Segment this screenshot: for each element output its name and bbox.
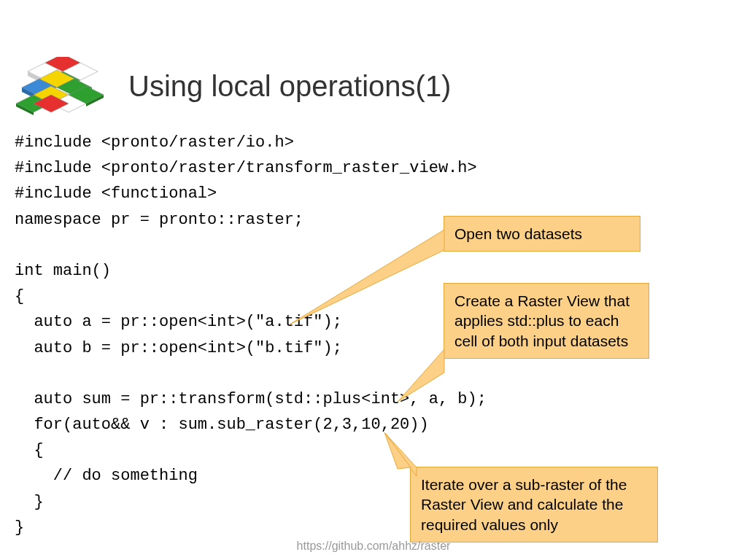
- logo-raster-icon: [15, 57, 108, 115]
- slide-title: Using local operations(1): [128, 70, 451, 103]
- callout-iterate: Iterate over a sub-raster of the Raster …: [410, 467, 658, 542]
- callout-text: Iterate over a sub-raster of the Raster …: [421, 476, 627, 533]
- callout-text: Create a Raster View that applies std::p…: [454, 292, 630, 349]
- footer-link: https://github.com/ahhz/raster: [297, 540, 451, 553]
- svg-marker-20: [290, 230, 444, 324]
- svg-marker-23: [384, 432, 411, 469]
- callout-text: Open two datasets: [454, 225, 582, 242]
- slide-header: Using local operations(1): [15, 57, 451, 115]
- callout-raster-view: Create a Raster View that applies std::p…: [444, 283, 649, 359]
- svg-marker-21: [398, 349, 444, 402]
- callout-open-datasets: Open two datasets: [444, 216, 640, 252]
